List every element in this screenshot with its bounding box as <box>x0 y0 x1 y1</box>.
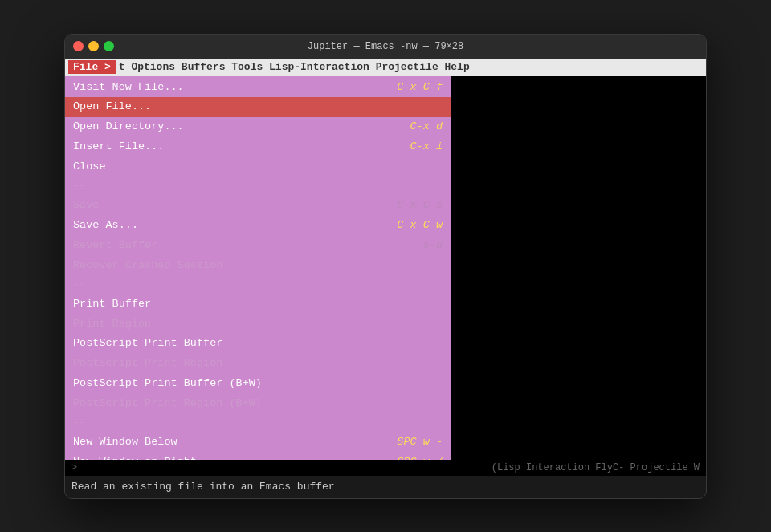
menu-item-label: Print Buffer <box>73 296 151 313</box>
menu-item-label: Close <box>73 159 106 176</box>
menu-item[interactable]: PostScript Print Buffer <box>65 334 451 354</box>
menu-item[interactable]: -- <box>65 276 451 294</box>
menu-item-label: Open Directory... <box>73 119 184 136</box>
menu-item[interactable]: New Window BelowSPC w - <box>65 433 451 453</box>
menu-item[interactable]: Print Buffer <box>65 294 451 315</box>
traffic-lights <box>73 41 114 51</box>
status-bar: Read an existing file into an Emacs buff… <box>65 476 706 498</box>
file-dropdown: Visit New File...C-x C-fOpen File...Open… <box>65 76 451 460</box>
menu-item-shortcut: C-x d <box>410 119 443 136</box>
menu-item-label: Open File... <box>73 99 151 116</box>
menu-item-shortcut: s-u <box>423 238 443 254</box>
maximize-button[interactable] <box>104 41 114 51</box>
menu-item[interactable]: Print Region <box>65 315 451 335</box>
menu-item[interactable]: Revert Buffers-u <box>65 236 451 256</box>
minimize-button[interactable] <box>88 41 99 51</box>
window-title: Jupiter — Emacs -nw — 79×28 <box>308 41 463 52</box>
menu-item[interactable]: New Window on RightSPC w / <box>65 453 451 459</box>
menu-item-shortcut: C-x C-w <box>397 217 443 234</box>
menu-item-label: PostScript Print Region (B+W) <box>73 396 262 412</box>
menu-item-shortcut: C-x C-f <box>397 79 443 96</box>
menu-item[interactable]: Save As...C-x C-w <box>65 216 451 236</box>
menu-item-label: New Window Below <box>73 434 177 451</box>
status-text: Read an existing file into an Emacs buff… <box>71 481 335 493</box>
menu-item-label: PostScript Print Buffer <box>73 335 222 352</box>
close-button[interactable] <box>73 41 84 51</box>
menu-item[interactable]: Visit New File...C-x C-f <box>65 78 451 98</box>
title-bar: Jupiter — Emacs -nw — 79×28 <box>65 35 706 59</box>
menu-item-label: Visit New File... <box>73 79 184 96</box>
menu-item[interactable]: Close <box>65 157 451 177</box>
menu-item[interactable]: SaveC-x C-s <box>65 196 451 216</box>
menu-item-label: -- <box>73 178 86 195</box>
menu-item-shortcut: C-x C-s <box>397 197 443 214</box>
editor-area: Visit New File...C-x C-fOpen File...Open… <box>65 76 706 460</box>
mode-line: > (Lisp Interaction FlyC- Projectile W <box>65 460 706 476</box>
menu-item-label: PostScript Print Buffer (B+W) <box>73 376 262 392</box>
menu-item-label: Insert File... <box>73 139 164 156</box>
menu-item[interactable]: Open File... <box>65 97 451 117</box>
menu-item-label: -- <box>73 415 86 432</box>
menu-item[interactable]: Insert File...C-x i <box>65 137 451 157</box>
menu-item[interactable]: PostScript Print Region (B+W) <box>65 394 451 414</box>
mode-line-left: > <box>71 462 77 473</box>
menu-item[interactable]: PostScript Print Region <box>65 354 451 374</box>
menu-item-label: Revert Buffer <box>73 238 157 254</box>
menu-item-shortcut: SPC w - <box>397 434 443 451</box>
terminal-area <box>451 76 706 460</box>
menu-item-label: Print Region <box>73 316 151 333</box>
menu-item[interactable]: Open Directory...C-x d <box>65 117 451 137</box>
menu-item-label: -- <box>73 277 86 294</box>
menu-item[interactable]: -- <box>65 414 451 433</box>
menu-item-label: Recover Crashed Session <box>73 258 222 274</box>
menu-item-label: Save As... <box>73 217 138 234</box>
menu-item[interactable]: Recover Crashed Session <box>65 256 451 276</box>
file-menu[interactable]: File > <box>68 60 116 74</box>
other-menus: t Options Buffers Tools Lisp-Interaction… <box>116 60 473 74</box>
menu-item-label: Save <box>73 197 99 214</box>
menu-item[interactable]: -- <box>65 177 451 196</box>
menu-item-label: PostScript Print Region <box>73 355 222 372</box>
mode-line-right: (Lisp Interaction FlyC- Projectile W <box>492 462 700 473</box>
emacs-window: Jupiter — Emacs -nw — 79×28 File > t Opt… <box>64 34 707 499</box>
menu-bar: File > t Options Buffers Tools Lisp-Inte… <box>65 59 706 76</box>
menu-item[interactable]: PostScript Print Buffer (B+W) <box>65 374 451 394</box>
menu-item-shortcut: C-x i <box>410 139 443 156</box>
